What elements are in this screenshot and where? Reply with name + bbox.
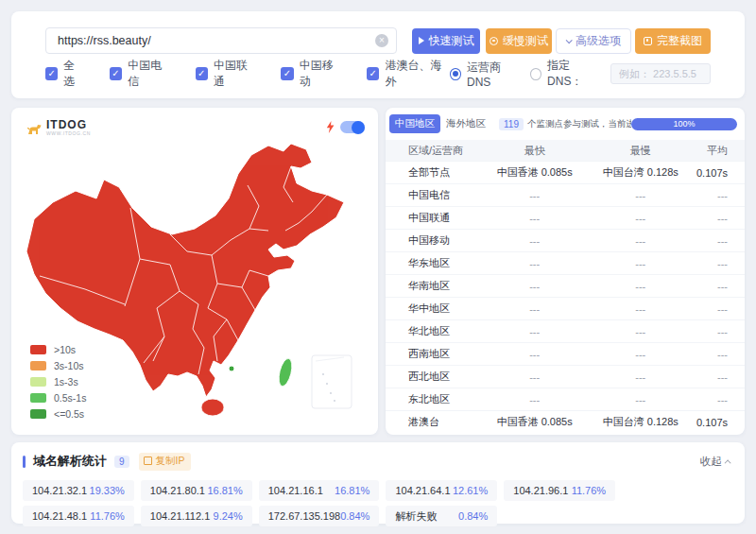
results-panel: 中国地区 海外地区 119 个监测点参与测试，当前进度： 100% 区域/运营商… <box>386 108 745 435</box>
legend-swatch <box>30 393 46 403</box>
table-cell: --- <box>691 258 745 269</box>
table-cell: 华南地区 <box>386 279 479 293</box>
table-cell: --- <box>691 281 745 292</box>
tab-china-region[interactable]: 中国地区 <box>389 114 440 133</box>
map-mode-toggle[interactable] <box>340 121 365 133</box>
ip-address: 172.67.135.198 <box>268 510 340 522</box>
ip-address: 104.21.16.1 <box>268 485 323 496</box>
legend-swatch <box>30 361 46 370</box>
lightning-icon <box>326 121 335 133</box>
table-row: 全部节点中国香港 0.085s中国台湾 0.128s0.107s <box>386 161 745 183</box>
table-cell: --- <box>691 213 745 224</box>
ip-count-badge: 9 <box>114 456 129 468</box>
ip-percentage: 11.76% <box>572 485 607 496</box>
check-icon: ✓ <box>367 67 379 80</box>
legend-item-4: <=0.5s <box>30 408 86 420</box>
table-cell: --- <box>691 235 745 247</box>
legend-label: 0.5s-1s <box>54 392 86 404</box>
slow-test-button[interactable]: 缓慢测试 <box>486 28 552 54</box>
toggle-knob <box>352 121 365 134</box>
quick-test-button[interactable]: 快速测试 <box>412 28 480 54</box>
ip-stats-grid: 104.21.32.119.33%104.21.80.116.81%104.21… <box>23 480 733 526</box>
advanced-options-button[interactable]: 高级选项 <box>556 28 631 54</box>
tab-overseas-region[interactable]: 海外地区 <box>440 114 491 133</box>
table-cell: --- <box>479 349 591 360</box>
carrier-dns-label: 运营商DNS <box>467 60 521 89</box>
full-screenshot-button[interactable]: 完整截图 <box>635 28 711 54</box>
play-icon <box>419 37 424 44</box>
node-count-badge: 119 <box>499 118 524 130</box>
ip-percentage: 16.81% <box>207 485 242 496</box>
clear-input-icon[interactable]: × <box>375 34 388 47</box>
table-cell: 中国联通 <box>386 211 479 225</box>
custom-dns-input[interactable] <box>610 63 711 84</box>
copy-ip-label: 复制IP <box>156 455 185 468</box>
custom-dns-label: 指定DNS： <box>547 58 601 90</box>
legend-swatch <box>30 345 46 354</box>
table-row: 港澳台中国香港 0.085s中国台湾 0.128s0.107s <box>386 410 745 433</box>
ip-percentage: 19.33% <box>90 485 125 496</box>
isp-checkbox-group: ✓全选✓中国电信✓中国联通✓中国移动✓港澳台、海外 <box>45 58 450 90</box>
itdog-logo: ITDOG WWW.ITDOG.CN <box>26 120 91 136</box>
legend-item-0: >10s <box>30 344 86 355</box>
ip-stat-cell: 104.21.48.111.76% <box>23 506 134 526</box>
table-cell: --- <box>591 281 691 292</box>
dns-options: 运营商DNS 指定DNS： <box>450 58 711 90</box>
copy-ip-button[interactable]: 复制IP <box>139 453 192 471</box>
ip-percentage: 11.76% <box>90 510 125 522</box>
ip-address: 104.21.96.1 <box>513 485 568 496</box>
url-input[interactable] <box>45 27 397 54</box>
checkbox-1[interactable]: ✓中国电信 <box>110 58 171 90</box>
table-row: 中国移动--------- <box>386 229 745 251</box>
ip-percentage: 0.84% <box>458 510 488 522</box>
ip-address: 104.21.32.1 <box>32 485 87 496</box>
checkbox-2[interactable]: ✓中国联通 <box>196 58 257 90</box>
collapse-button[interactable]: 收起 <box>700 455 731 469</box>
ip-address: 104.21.64.1 <box>395 485 450 496</box>
table-cell: 西北地区 <box>386 370 479 384</box>
table-cell: --- <box>691 394 745 405</box>
ip-stat-cell: 104.21.64.112.61% <box>386 480 497 501</box>
table-cell: 中国移动 <box>386 233 479 248</box>
legend-label: <=0.5s <box>54 408 84 420</box>
table-row: 西南地区--------- <box>386 342 745 365</box>
ip-percentage: 16.81% <box>335 485 369 496</box>
table-row: 中国电信--------- <box>386 183 745 206</box>
table-cell: --- <box>591 303 691 315</box>
checkbox-label: 全选 <box>63 58 85 90</box>
table-cell: 中国香港 0.085s <box>479 415 591 429</box>
table-row: 华东地区--------- <box>386 251 745 274</box>
legend-item-3: 0.5s-1s <box>30 392 86 404</box>
table-row: 华南地区--------- <box>386 274 745 297</box>
check-icon: ✓ <box>45 67 58 80</box>
collapse-label: 收起 <box>700 455 722 469</box>
table-cell: --- <box>591 349 691 360</box>
checkbox-4[interactable]: ✓港澳台、海外 <box>367 58 450 90</box>
checkbox-label: 中国联通 <box>214 58 256 90</box>
custom-dns-radio[interactable] <box>530 68 541 80</box>
ip-percentage: 0.84% <box>340 510 369 522</box>
table-row: 中国联通--------- <box>386 206 745 229</box>
checkbox-0[interactable]: ✓全选 <box>45 58 85 90</box>
table-cell: --- <box>691 371 745 383</box>
table-cell: --- <box>591 190 691 201</box>
ip-address: 解析失败 <box>395 509 437 524</box>
table-cell: --- <box>479 258 591 269</box>
col-region: 区域/运营商 <box>386 144 479 158</box>
ip-stat-cell: 104.21.16.116.81% <box>259 480 380 501</box>
title-accent-bar <box>23 456 26 468</box>
col-average: 平均 <box>691 144 745 158</box>
checkbox-3[interactable]: ✓中国移动 <box>281 58 342 90</box>
col-slowest: 最慢 <box>591 144 691 158</box>
check-icon: ✓ <box>110 67 122 80</box>
table-cell: 华东地区 <box>386 256 479 270</box>
col-fastest: 最快 <box>479 144 591 158</box>
carrier-dns-radio[interactable] <box>450 68 461 80</box>
results-table-header: 区域/运营商 最快 最慢 平均 <box>386 140 745 161</box>
legend-swatch <box>30 377 46 387</box>
table-cell: --- <box>591 326 691 337</box>
hongkong-dot <box>229 366 234 371</box>
table-cell: --- <box>591 213 691 224</box>
table-cell: 0.107s <box>691 417 745 428</box>
ip-stat-cell: 172.67.135.1980.84% <box>259 506 380 526</box>
